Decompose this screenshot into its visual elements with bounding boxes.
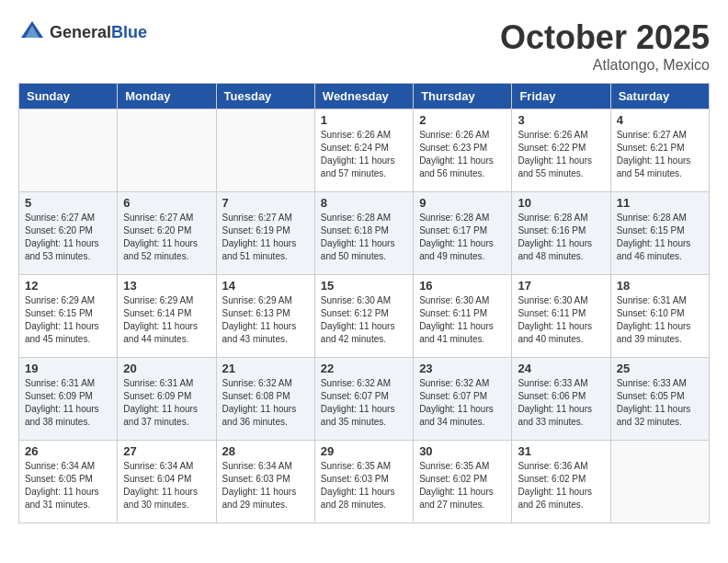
day-number: 24 — [518, 362, 604, 375]
weekday-header: Saturday — [610, 84, 709, 109]
day-info: Sunrise: 6:34 AM Sunset: 6:05 PM Dayligh… — [25, 460, 111, 511]
day-number: 6 — [123, 196, 210, 210]
day-number: 27 — [123, 444, 210, 458]
calendar-day-cell: 9Sunrise: 6:28 AM Sunset: 6:17 PM Daylig… — [414, 192, 512, 275]
day-info: Sunrise: 6:34 AM Sunset: 6:03 PM Dayligh… — [222, 460, 309, 511]
day-number: 11 — [617, 196, 703, 210]
logo-general: GeneralBlue — [50, 24, 147, 41]
day-info: Sunrise: 6:30 AM Sunset: 6:11 PM Dayligh… — [419, 294, 506, 346]
calendar-day-cell: 30Sunrise: 6:35 AM Sunset: 6:02 PM Dayli… — [414, 441, 512, 523]
day-info: Sunrise: 6:35 AM Sunset: 6:03 PM Dayligh… — [321, 460, 407, 511]
calendar-day-cell — [19, 109, 118, 192]
day-info: Sunrise: 6:28 AM Sunset: 6:18 PM Dayligh… — [321, 212, 407, 263]
day-number: 31 — [518, 444, 604, 458]
location-title: Atlatongo, Mexico — [500, 57, 710, 74]
day-info: Sunrise: 6:32 AM Sunset: 6:08 PM Dayligh… — [222, 377, 309, 429]
day-number: 25 — [617, 362, 703, 375]
day-info: Sunrise: 6:28 AM Sunset: 6:15 PM Dayligh… — [617, 212, 703, 263]
day-info: Sunrise: 6:31 AM Sunset: 6:10 PM Dayligh… — [617, 294, 703, 346]
calendar-day-cell: 17Sunrise: 6:30 AM Sunset: 6:11 PM Dayli… — [512, 275, 610, 358]
calendar-day-cell: 27Sunrise: 6:34 AM Sunset: 6:04 PM Dayli… — [118, 441, 216, 523]
logo: GeneralBlue — [18, 18, 147, 46]
day-number: 30 — [419, 444, 506, 458]
calendar-day-cell: 11Sunrise: 6:28 AM Sunset: 6:15 PM Dayli… — [610, 192, 709, 275]
day-info: Sunrise: 6:29 AM Sunset: 6:13 PM Dayligh… — [222, 294, 309, 346]
calendar-day-cell: 6Sunrise: 6:27 AM Sunset: 6:20 PM Daylig… — [118, 192, 216, 275]
day-number: 5 — [25, 196, 111, 210]
day-number: 28 — [222, 444, 309, 458]
day-info: Sunrise: 6:28 AM Sunset: 6:17 PM Dayligh… — [419, 212, 506, 263]
weekday-header: Wednesday — [314, 84, 413, 109]
day-info: Sunrise: 6:26 AM Sunset: 6:22 PM Dayligh… — [518, 129, 604, 180]
day-info: Sunrise: 6:31 AM Sunset: 6:09 PM Dayligh… — [123, 377, 210, 429]
weekday-header: Tuesday — [216, 84, 314, 109]
calendar-day-cell: 13Sunrise: 6:29 AM Sunset: 6:14 PM Dayli… — [118, 275, 216, 358]
day-number: 8 — [321, 196, 407, 210]
day-number: 18 — [617, 279, 703, 293]
calendar-week-row: 19Sunrise: 6:31 AM Sunset: 6:09 PM Dayli… — [19, 358, 710, 441]
day-info: Sunrise: 6:30 AM Sunset: 6:12 PM Dayligh… — [321, 294, 407, 346]
month-title: October 2025 — [500, 18, 710, 57]
day-info: Sunrise: 6:32 AM Sunset: 6:07 PM Dayligh… — [321, 377, 407, 429]
calendar-day-cell: 12Sunrise: 6:29 AM Sunset: 6:15 PM Dayli… — [19, 275, 118, 358]
calendar-day-cell: 19Sunrise: 6:31 AM Sunset: 6:09 PM Dayli… — [19, 358, 118, 441]
calendar-day-cell: 23Sunrise: 6:32 AM Sunset: 6:07 PM Dayli… — [414, 358, 512, 441]
weekday-header: Sunday — [19, 84, 118, 109]
day-number: 1 — [321, 113, 407, 127]
calendar-day-cell: 1Sunrise: 6:26 AM Sunset: 6:24 PM Daylig… — [314, 109, 413, 192]
calendar-table: SundayMondayTuesdayWednesdayThursdayFrid… — [18, 83, 710, 523]
calendar-day-cell: 7Sunrise: 6:27 AM Sunset: 6:19 PM Daylig… — [216, 192, 314, 275]
calendar-day-cell: 20Sunrise: 6:31 AM Sunset: 6:09 PM Dayli… — [118, 358, 216, 441]
calendar-day-cell — [118, 109, 216, 192]
day-info: Sunrise: 6:27 AM Sunset: 6:20 PM Dayligh… — [25, 212, 111, 263]
calendar-day-cell: 18Sunrise: 6:31 AM Sunset: 6:10 PM Dayli… — [610, 275, 709, 358]
day-info: Sunrise: 6:29 AM Sunset: 6:14 PM Dayligh… — [123, 294, 210, 346]
day-number: 20 — [123, 362, 210, 375]
day-number: 26 — [25, 444, 111, 458]
calendar-day-cell: 22Sunrise: 6:32 AM Sunset: 6:07 PM Dayli… — [314, 358, 413, 441]
calendar-day-cell: 4Sunrise: 6:27 AM Sunset: 6:21 PM Daylig… — [610, 109, 709, 192]
day-number: 7 — [222, 196, 309, 210]
calendar-week-row: 1Sunrise: 6:26 AM Sunset: 6:24 PM Daylig… — [19, 109, 710, 192]
calendar-day-cell: 15Sunrise: 6:30 AM Sunset: 6:12 PM Dayli… — [314, 275, 413, 358]
calendar-day-cell: 16Sunrise: 6:30 AM Sunset: 6:11 PM Dayli… — [414, 275, 512, 358]
calendar-header: SundayMondayTuesdayWednesdayThursdayFrid… — [19, 84, 710, 109]
weekday-header: Thursday — [414, 84, 512, 109]
day-number: 22 — [321, 362, 407, 375]
calendar-day-cell: 25Sunrise: 6:33 AM Sunset: 6:05 PM Dayli… — [610, 358, 709, 441]
day-number: 2 — [419, 113, 506, 127]
title-block: October 2025 Atlatongo, Mexico — [500, 18, 710, 74]
calendar-day-cell: 3Sunrise: 6:26 AM Sunset: 6:22 PM Daylig… — [512, 109, 610, 192]
calendar-day-cell — [216, 109, 314, 192]
day-info: Sunrise: 6:32 AM Sunset: 6:07 PM Dayligh… — [419, 377, 506, 429]
weekday-header: Monday — [118, 84, 216, 109]
day-info: Sunrise: 6:31 AM Sunset: 6:09 PM Dayligh… — [25, 377, 111, 429]
calendar-day-cell: 8Sunrise: 6:28 AM Sunset: 6:18 PM Daylig… — [314, 192, 413, 275]
day-info: Sunrise: 6:27 AM Sunset: 6:20 PM Dayligh… — [123, 212, 210, 263]
logo-icon — [18, 18, 46, 46]
calendar-day-cell — [610, 441, 709, 523]
day-number: 21 — [222, 362, 309, 375]
day-info: Sunrise: 6:28 AM Sunset: 6:16 PM Dayligh… — [518, 212, 604, 263]
day-info: Sunrise: 6:27 AM Sunset: 6:19 PM Dayligh… — [222, 212, 309, 263]
calendar-day-cell: 2Sunrise: 6:26 AM Sunset: 6:23 PM Daylig… — [414, 109, 512, 192]
calendar-day-cell: 28Sunrise: 6:34 AM Sunset: 6:03 PM Dayli… — [216, 441, 314, 523]
day-info: Sunrise: 6:33 AM Sunset: 6:06 PM Dayligh… — [518, 377, 604, 429]
calendar-day-cell: 21Sunrise: 6:32 AM Sunset: 6:08 PM Dayli… — [216, 358, 314, 441]
calendar-day-cell: 10Sunrise: 6:28 AM Sunset: 6:16 PM Dayli… — [512, 192, 610, 275]
calendar-day-cell: 5Sunrise: 6:27 AM Sunset: 6:20 PM Daylig… — [19, 192, 118, 275]
day-number: 16 — [419, 279, 506, 293]
page-header: GeneralBlue October 2025 Atlatongo, Mexi… — [18, 18, 710, 74]
day-number: 15 — [321, 279, 407, 293]
day-info: Sunrise: 6:26 AM Sunset: 6:24 PM Dayligh… — [321, 129, 407, 180]
day-number: 14 — [222, 279, 309, 293]
day-info: Sunrise: 6:33 AM Sunset: 6:05 PM Dayligh… — [617, 377, 703, 429]
day-number: 4 — [617, 113, 703, 127]
day-info: Sunrise: 6:27 AM Sunset: 6:21 PM Dayligh… — [617, 129, 703, 180]
calendar-week-row: 12Sunrise: 6:29 AM Sunset: 6:15 PM Dayli… — [19, 275, 710, 358]
calendar-day-cell: 14Sunrise: 6:29 AM Sunset: 6:13 PM Dayli… — [216, 275, 314, 358]
day-number: 23 — [419, 362, 506, 375]
day-info: Sunrise: 6:36 AM Sunset: 6:02 PM Dayligh… — [518, 460, 604, 511]
day-number: 17 — [518, 279, 604, 293]
day-info: Sunrise: 6:34 AM Sunset: 6:04 PM Dayligh… — [123, 460, 210, 511]
